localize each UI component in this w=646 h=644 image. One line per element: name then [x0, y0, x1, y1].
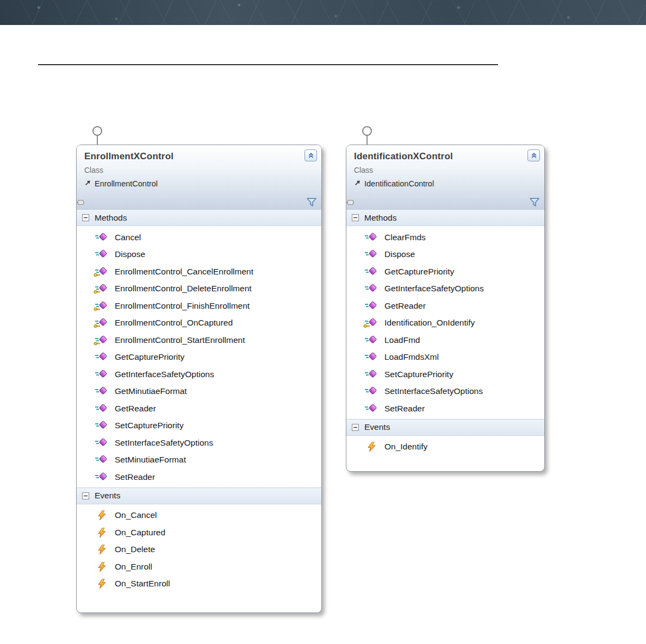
event-lightning-icon [95, 579, 108, 589]
method-name: SetReader [384, 404, 425, 414]
method-item[interactable]: Dispose [346, 246, 544, 264]
method-item[interactable]: EnrollmentControl_CancelEnrollment [77, 263, 321, 280]
connector-stem [367, 135, 368, 145]
method-item[interactable]: SetReader [77, 468, 321, 486]
method-item[interactable]: SetInterfaceSafetyOptions [77, 434, 321, 452]
method-icon [95, 249, 108, 259]
method-name: EnrollmentControl_DeleteEnrollment [115, 284, 252, 293]
method-item[interactable]: LoadFmdsXml [346, 349, 544, 366]
class-stereotype: Class [354, 166, 537, 174]
event-name: On_Delete [115, 545, 155, 554]
method-item[interactable]: Cancel [77, 229, 321, 246]
method-item[interactable]: SetMinutiaeFormat [77, 452, 321, 469]
method-item[interactable]: GetReader [346, 297, 544, 315]
method-name: GetInterfaceSafetyOptions [115, 370, 214, 379]
events-section-header[interactable]: Events [346, 419, 544, 436]
event-item[interactable]: On_Captured [77, 524, 321, 541]
filter-funnel-icon[interactable] [307, 198, 316, 207]
method-icon [365, 404, 378, 414]
method-icon [365, 233, 378, 242]
method-item[interactable]: EnrollmentControl_FinishEnrollment [77, 297, 321, 315]
methods-section-header[interactable]: Methods [346, 209, 544, 226]
events-list: On_Cancel On_Captured On_Delete [77, 504, 321, 595]
method-item[interactable]: SetReader [346, 400, 544, 417]
method-item[interactable]: Identification_OnIdentify [346, 315, 544, 332]
collapse-minus-icon[interactable] [82, 214, 89, 221]
method-item[interactable]: EnrollmentControl_OnCaptured [77, 315, 321, 332]
collapse-minus-icon[interactable] [352, 424, 359, 431]
methods-section-header[interactable]: Methods [77, 209, 321, 226]
method-item[interactable]: GetCapturePriority [346, 263, 544, 280]
private-key-icon [94, 289, 100, 295]
event-lightning-icon [365, 442, 378, 452]
inheritance-arrow-icon [84, 179, 91, 188]
method-item[interactable]: LoadFmd [346, 332, 544, 349]
connector-circle-icon[interactable] [92, 126, 102, 136]
method-item[interactable]: GetCapturePriority [77, 349, 321, 366]
method-item[interactable]: SetCapturePriority [346, 366, 544, 383]
method-item[interactable]: SetCapturePriority [77, 417, 321, 435]
event-item[interactable]: On_Cancel [77, 507, 321, 524]
method-name: GetMinutiaeFormat [115, 386, 187, 396]
class-header[interactable]: EnrollmentXControl Class EnrollmentContr… [77, 145, 321, 209]
heading-underline [38, 64, 498, 65]
base-class-name: EnrollmentControl [95, 179, 158, 188]
class-node-enrollmentxcontrol: EnrollmentXControl Class EnrollmentContr… [76, 126, 322, 613]
methods-section-label: Methods [364, 213, 396, 223]
event-item[interactable]: On_Identify [346, 439, 544, 456]
method-item[interactable]: GetInterfaceSafetyOptions [77, 366, 321, 383]
event-name: On_Captured [115, 528, 165, 537]
method-name: SetCapturePriority [115, 421, 184, 430]
event-name: On_Identify [384, 442, 427, 452]
events-section-header[interactable]: Events [77, 487, 321, 504]
class-shape-enrollmentxcontrol[interactable]: EnrollmentXControl Class EnrollmentContr… [76, 145, 322, 613]
event-lightning-icon [95, 562, 108, 572]
event-item[interactable]: On_Delete [77, 541, 321, 559]
method-icon [95, 472, 108, 482]
method-icon [95, 421, 108, 430]
method-name: EnrollmentControl_FinishEnrollment [115, 301, 250, 311]
method-item[interactable]: EnrollmentControl_DeleteEnrollment [77, 280, 321, 298]
method-name: GetCapturePriority [115, 352, 184, 362]
method-icon [95, 301, 108, 311]
methods-list: Cancel Dispose [77, 226, 321, 487]
class-shape-identificationxcontrol[interactable]: IdentificationXControl Class Identificat… [346, 145, 545, 472]
collapse-button[interactable] [527, 149, 540, 161]
method-item[interactable]: GetMinutiaeFormat [77, 383, 321, 401]
inheritance-arrow-icon [354, 179, 361, 188]
filter-funnel-icon[interactable] [530, 198, 539, 207]
method-icon [365, 352, 378, 362]
event-name: On_Cancel [115, 510, 157, 520]
base-class-row: IdentificationControl [354, 179, 537, 188]
event-item[interactable]: On_StartEnroll [77, 576, 321, 593]
method-item[interactable]: ClearFmds [346, 229, 544, 246]
method-name: LoadFmdsXml [384, 352, 439, 362]
class-header[interactable]: IdentificationXControl Class Identificat… [346, 145, 544, 209]
collapse-button[interactable] [305, 149, 317, 161]
method-item[interactable]: SetInterfaceSafetyOptions [346, 383, 544, 401]
method-icon [365, 301, 378, 311]
method-name: SetInterfaceSafetyOptions [384, 386, 483, 396]
method-icon [95, 404, 108, 414]
lollipop-interface-icon[interactable] [346, 199, 355, 205]
method-name: SetCapturePriority [384, 370, 454, 379]
lollipop-interface-icon[interactable] [76, 199, 85, 205]
method-icon [95, 284, 108, 293]
event-lightning-icon [95, 528, 108, 537]
method-icon [365, 267, 378, 277]
method-item[interactable]: EnrollmentControl_StartEnrollment [77, 332, 321, 349]
collapse-minus-icon[interactable] [352, 214, 359, 221]
class-title: IdentificationXControl [354, 151, 537, 162]
events-list: On_Identify [346, 436, 544, 458]
method-name: EnrollmentControl_OnCaptured [115, 318, 233, 328]
method-item[interactable]: Dispose [77, 246, 321, 264]
connector-circle-icon[interactable] [362, 126, 372, 136]
method-item[interactable]: GetInterfaceSafetyOptions [346, 280, 544, 298]
collapse-minus-icon[interactable] [82, 492, 89, 499]
events-section-label: Events [364, 422, 390, 432]
private-key-icon [363, 323, 370, 329]
method-icon [95, 386, 108, 396]
method-item[interactable]: GetReader [77, 400, 321, 417]
event-item[interactable]: On_Enroll [77, 558, 321, 576]
method-name: Identification_OnIdentify [384, 318, 475, 328]
